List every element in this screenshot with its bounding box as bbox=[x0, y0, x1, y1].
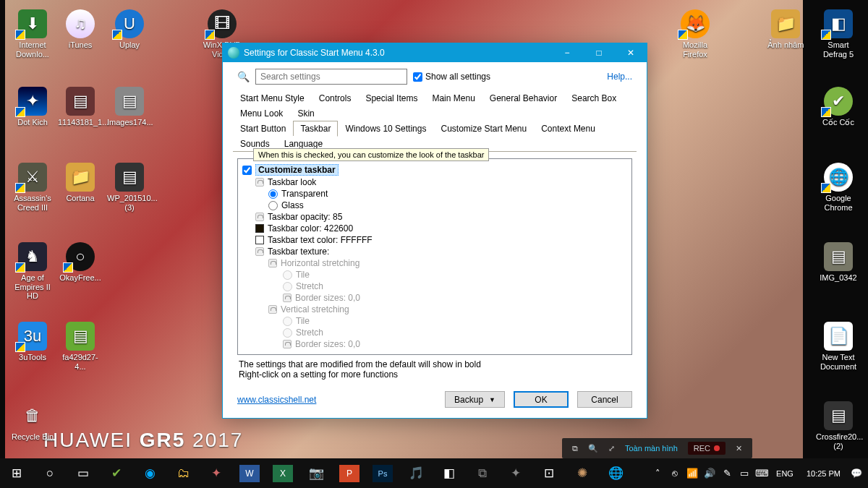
desktop-icon[interactable]: ▤IMG_0342 bbox=[816, 242, 861, 283]
show-all-checkbox[interactable]: Show all settings bbox=[413, 72, 490, 82]
setting-label: Vertical stretching bbox=[281, 304, 349, 314]
backup-button[interactable]: Backup▼ bbox=[445, 391, 505, 408]
search-icon: 🔍 bbox=[237, 71, 250, 82]
start-button[interactable]: ⊞ bbox=[0, 458, 33, 488]
taskbar-app[interactable]: 🎵 bbox=[399, 458, 433, 488]
taskbar-app-chrome[interactable]: 🌐 bbox=[599, 458, 632, 488]
desktop-icon[interactable]: ▤Images174... bbox=[107, 87, 152, 127]
customize-taskbar-checkbox[interactable] bbox=[242, 166, 252, 175]
taskbar: ⊞ ○ ▭ ✔ ◉ 🗂 ✦ W X 📷 P Ps 🎵 ◧ ⧉ ✦ ⊡ ✺ 🌐 ˄… bbox=[0, 458, 868, 488]
maximize-button[interactable]: □ bbox=[583, 43, 615, 62]
taskbar-app-photoshop[interactable]: Ps bbox=[373, 465, 393, 482]
close-button[interactable]: ✕ bbox=[615, 43, 647, 62]
chevron-down-icon: ▼ bbox=[489, 396, 495, 403]
setting-label[interactable]: Taskbar text color: FFFFFF bbox=[268, 235, 373, 245]
desktop-icon[interactable]: 3u3uTools bbox=[10, 322, 55, 362]
desktop-icon[interactable]: 📁Ảnh nhâm bbox=[763, 9, 808, 50]
taskbar-app[interactable]: ◧ bbox=[433, 458, 466, 488]
tab-start-menu-style[interactable]: Start Menu Style bbox=[233, 90, 312, 106]
setting-label[interactable]: Taskbar opacity: 85 bbox=[268, 212, 342, 222]
taskbar-app[interactable]: ⧉ bbox=[466, 458, 499, 488]
setting-label[interactable]: Taskbar texture: bbox=[268, 247, 329, 257]
tool-icon[interactable]: ⤢ bbox=[608, 444, 615, 453]
titlebar[interactable]: Settings for Classic Start Menu 4.3.0 − … bbox=[223, 43, 647, 62]
desktop-icon[interactable]: ♞Age of Empires II HD bbox=[10, 242, 55, 301]
tool-icon[interactable]: 🔍 bbox=[588, 444, 598, 453]
desktop-icon-recycle-bin[interactable]: 🗑Recycle Bin bbox=[10, 401, 55, 442]
desktop-icon[interactable]: 📄New Text Document bbox=[816, 322, 861, 371]
tab-controls[interactable]: Controls bbox=[312, 90, 359, 106]
tab-windows-10-settings[interactable]: Windows 10 Settings bbox=[338, 121, 433, 136]
customize-taskbar-label[interactable]: Customize taskbar bbox=[255, 164, 339, 176]
taskbar-app[interactable]: ✦ bbox=[499, 458, 532, 488]
cortana-button[interactable]: ○ bbox=[33, 458, 67, 488]
tray-volume-icon[interactable]: 🔊 bbox=[702, 458, 717, 488]
setting-label[interactable]: Taskbar color: 422600 bbox=[268, 223, 353, 234]
tab-search-box[interactable]: Search Box bbox=[564, 90, 624, 106]
taskbar-app[interactable]: ✔ bbox=[100, 458, 133, 488]
taskbar-app[interactable]: ✦ bbox=[200, 458, 233, 488]
rec-badge[interactable]: REC bbox=[688, 442, 726, 455]
tab-general-behavior[interactable]: General Behavior bbox=[482, 90, 564, 106]
tab-context-menu[interactable]: Context Menu bbox=[534, 121, 603, 136]
taskbar-app-explorer[interactable]: 🗂 bbox=[166, 458, 200, 488]
desktop-icon[interactable]: ▤fa429d27-4... bbox=[58, 322, 103, 371]
taskbar-app[interactable]: ◉ bbox=[133, 458, 166, 488]
tray-clock[interactable]: 10:25 PM bbox=[801, 469, 846, 478]
radio-transparent[interactable] bbox=[268, 189, 278, 199]
radio-glass[interactable] bbox=[268, 201, 278, 210]
taskbar-app[interactable]: 📷 bbox=[299, 458, 333, 488]
desktop-icon[interactable]: ♫iTunes bbox=[58, 9, 103, 50]
screen-record-toolbar[interactable]: ⧉ 🔍 ⤢ Toàn màn hình REC ✕ bbox=[562, 438, 752, 458]
desktop-icon[interactable]: ▤11143181_1... bbox=[58, 87, 103, 127]
tab-skin[interactable]: Skin bbox=[290, 106, 321, 121]
desktop-icon[interactable]: UUplay bbox=[107, 9, 152, 50]
desktop-icon[interactable]: 📁Cortana bbox=[58, 163, 103, 203]
desktop-icon[interactable]: 🌐Google Chrome bbox=[816, 163, 861, 212]
tray-language[interactable]: ENG bbox=[772, 469, 798, 478]
tooltip: When this is checked, you can customize … bbox=[253, 148, 489, 161]
taskbar-app-excel[interactable]: X bbox=[273, 465, 293, 482]
tray-icon[interactable]: ✎ bbox=[720, 458, 734, 488]
help-link[interactable]: Help... bbox=[607, 72, 632, 82]
lock-icon bbox=[283, 294, 292, 302]
tab-start-button[interactable]: Start Button bbox=[233, 121, 293, 136]
taskbar-app[interactable]: ⊡ bbox=[532, 458, 566, 488]
ok-button[interactable]: OK bbox=[514, 391, 569, 408]
desktop-icon[interactable]: ▤WP_201510... (3) bbox=[107, 163, 152, 212]
website-link[interactable]: www.classicshell.net bbox=[237, 395, 316, 405]
tray-battery-icon[interactable]: ▭ bbox=[737, 458, 752, 488]
tab-customize-start-menu[interactable]: Customize Start Menu bbox=[433, 121, 534, 136]
tray-keyboard-icon[interactable]: ⌨ bbox=[754, 458, 769, 488]
tab-taskbar[interactable]: Taskbar bbox=[293, 121, 338, 137]
desktop-icon[interactable]: ○OkayFree... bbox=[58, 242, 103, 283]
desktop-icon[interactable]: ⬇Internet Downlo... bbox=[10, 9, 55, 59]
tray-notifications-icon[interactable]: 💬 bbox=[849, 458, 864, 488]
tab-main-menu[interactable]: Main Menu bbox=[425, 90, 482, 106]
minimize-button[interactable]: − bbox=[551, 43, 583, 62]
tray-chevron-up-icon[interactable]: ˄ bbox=[650, 458, 665, 488]
tab-special-items[interactable]: Special Items bbox=[358, 90, 425, 106]
tray-wifi-icon[interactable]: 📶 bbox=[685, 458, 699, 488]
tab-menu-look[interactable]: Menu Look bbox=[233, 106, 290, 121]
task-view-button[interactable]: ▭ bbox=[67, 458, 100, 488]
taskbar-app-word[interactable]: W bbox=[239, 465, 260, 482]
setting-label[interactable]: Taskbar look bbox=[268, 177, 316, 187]
search-input[interactable] bbox=[255, 69, 407, 85]
lock-icon bbox=[283, 340, 292, 348]
desktop-icon[interactable]: ⚔Assassin's Creed III bbox=[10, 163, 55, 212]
desktop-icon[interactable]: ◧Smart Defrag 5 bbox=[816, 9, 861, 59]
desktop-icon[interactable]: ▤Crossfire20... (2) bbox=[816, 401, 861, 450]
cancel-button[interactable]: Cancel bbox=[577, 391, 632, 408]
desktop-icon[interactable]: ✦Dot Kich bbox=[10, 87, 55, 127]
tray-icon[interactable]: ⎋ bbox=[668, 458, 682, 488]
desktop-icon[interactable]: 🦊Mozilla Firefox bbox=[673, 9, 718, 59]
close-icon[interactable]: ✕ bbox=[736, 444, 742, 453]
tab-strip: Start Menu StyleControlsSpecial ItemsMai… bbox=[223, 90, 647, 152]
taskbar-app[interactable]: ✺ bbox=[566, 458, 599, 488]
tool-icon[interactable]: ⧉ bbox=[572, 444, 578, 453]
fullscreen-label[interactable]: Toàn màn hình bbox=[625, 444, 678, 453]
lock-icon bbox=[255, 178, 264, 187]
taskbar-app-powerpoint[interactable]: P bbox=[339, 465, 359, 482]
desktop-icon[interactable]: ✔Cốc Cốc bbox=[816, 87, 861, 127]
